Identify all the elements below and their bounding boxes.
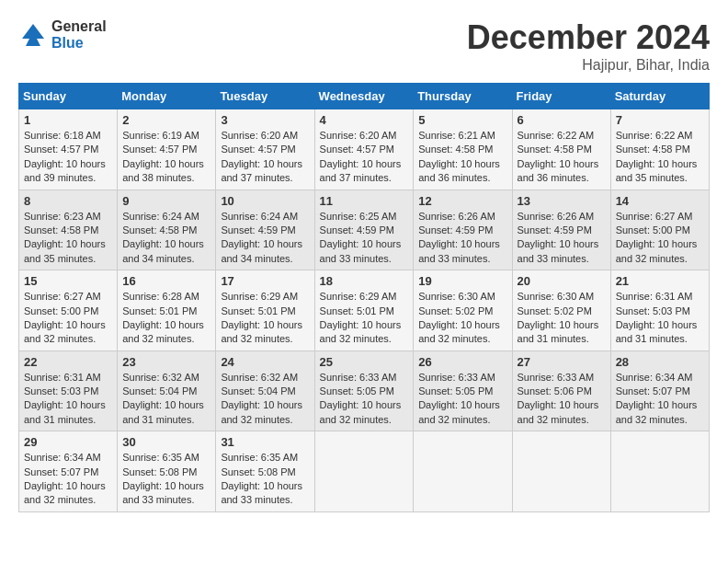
day-number: 29 bbox=[24, 435, 112, 449]
day-detail: Sunrise: 6:31 AMSunset: 5:03 PMDaylight:… bbox=[24, 372, 106, 425]
calendar-cell: 11Sunrise: 6:25 AMSunset: 4:59 PMDayligh… bbox=[314, 190, 414, 270]
calendar-cell: 27Sunrise: 6:33 AMSunset: 5:06 PMDayligh… bbox=[512, 350, 610, 431]
day-detail: Sunrise: 6:32 AMSunset: 5:04 PMDaylight:… bbox=[122, 372, 204, 425]
calendar-cell: 18Sunrise: 6:29 AMSunset: 5:01 PMDayligh… bbox=[314, 270, 414, 351]
day-detail: Sunrise: 6:35 AMSunset: 5:08 PMDaylight:… bbox=[122, 452, 204, 505]
day-number: 1 bbox=[24, 113, 112, 127]
day-number: 3 bbox=[221, 113, 309, 127]
day-detail: Sunrise: 6:33 AMSunset: 5:05 PMDaylight:… bbox=[320, 372, 402, 425]
weekday-header-tuesday: Tuesday bbox=[216, 84, 314, 109]
calendar-cell: 13Sunrise: 6:26 AMSunset: 4:59 PMDayligh… bbox=[512, 190, 610, 270]
day-detail: Sunrise: 6:33 AMSunset: 5:06 PMDaylight:… bbox=[518, 372, 599, 425]
day-number: 2 bbox=[122, 113, 210, 127]
day-detail: Sunrise: 6:35 AMSunset: 5:08 PMDaylight:… bbox=[221, 452, 302, 505]
day-number: 12 bbox=[418, 194, 506, 208]
calendar-cell bbox=[512, 431, 610, 512]
day-detail: Sunrise: 6:27 AMSunset: 5:00 PMDaylight:… bbox=[24, 291, 106, 344]
week-row-3: 15Sunrise: 6:27 AMSunset: 5:00 PMDayligh… bbox=[19, 270, 710, 351]
week-row-4: 22Sunrise: 6:31 AMSunset: 5:03 PMDayligh… bbox=[19, 350, 710, 431]
calendar-cell: 3Sunrise: 6:20 AMSunset: 4:57 PMDaylight… bbox=[216, 109, 314, 190]
calendar-body: 1Sunrise: 6:18 AMSunset: 4:57 PMDaylight… bbox=[19, 109, 710, 512]
day-detail: Sunrise: 6:22 AMSunset: 4:58 PMDaylight:… bbox=[616, 130, 698, 183]
week-row-5: 29Sunrise: 6:34 AMSunset: 5:07 PMDayligh… bbox=[19, 431, 710, 512]
calendar-cell: 9Sunrise: 6:24 AMSunset: 4:58 PMDaylight… bbox=[118, 190, 216, 270]
logo: General Blue bbox=[18, 18, 107, 52]
logo-icon bbox=[18, 20, 48, 50]
day-number: 21 bbox=[616, 274, 704, 288]
day-detail: Sunrise: 6:22 AMSunset: 4:58 PMDaylight:… bbox=[518, 130, 599, 183]
calendar-cell: 4Sunrise: 6:20 AMSunset: 4:57 PMDaylight… bbox=[314, 109, 414, 190]
calendar-cell: 5Sunrise: 6:21 AMSunset: 4:58 PMDaylight… bbox=[414, 109, 512, 190]
day-number: 10 bbox=[221, 194, 309, 208]
calendar-cell: 28Sunrise: 6:34 AMSunset: 5:07 PMDayligh… bbox=[610, 350, 709, 431]
calendar-cell: 24Sunrise: 6:32 AMSunset: 5:04 PMDayligh… bbox=[216, 350, 314, 431]
day-detail: Sunrise: 6:32 AMSunset: 5:04 PMDaylight:… bbox=[221, 372, 302, 425]
day-number: 15 bbox=[24, 274, 112, 288]
day-number: 22 bbox=[24, 355, 112, 369]
weekday-header-saturday: Saturday bbox=[610, 84, 709, 109]
day-detail: Sunrise: 6:29 AMSunset: 5:01 PMDaylight:… bbox=[320, 291, 402, 344]
day-detail: Sunrise: 6:33 AMSunset: 5:05 PMDaylight:… bbox=[418, 372, 500, 425]
calendar-cell: 29Sunrise: 6:34 AMSunset: 5:07 PMDayligh… bbox=[19, 431, 118, 512]
subtitle: Hajipur, Bihar, India bbox=[467, 57, 710, 74]
day-detail: Sunrise: 6:24 AMSunset: 4:59 PMDaylight:… bbox=[221, 211, 302, 264]
day-number: 30 bbox=[122, 435, 210, 449]
day-number: 14 bbox=[616, 194, 704, 208]
logo-blue-text: Blue bbox=[51, 35, 107, 52]
calendar-cell: 19Sunrise: 6:30 AMSunset: 5:02 PMDayligh… bbox=[414, 270, 512, 351]
weekday-header-wednesday: Wednesday bbox=[314, 84, 414, 109]
calendar-cell bbox=[314, 431, 414, 512]
weekday-header-friday: Friday bbox=[512, 84, 610, 109]
calendar-cell: 17Sunrise: 6:29 AMSunset: 5:01 PMDayligh… bbox=[216, 270, 314, 351]
day-number: 23 bbox=[122, 355, 210, 369]
day-number: 4 bbox=[320, 113, 409, 127]
day-detail: Sunrise: 6:25 AMSunset: 4:59 PMDaylight:… bbox=[320, 211, 402, 264]
calendar-cell: 30Sunrise: 6:35 AMSunset: 5:08 PMDayligh… bbox=[118, 431, 216, 512]
calendar-cell: 16Sunrise: 6:28 AMSunset: 5:01 PMDayligh… bbox=[118, 270, 216, 351]
day-detail: Sunrise: 6:24 AMSunset: 4:58 PMDaylight:… bbox=[122, 211, 204, 264]
svg-marker-0 bbox=[22, 24, 44, 46]
calendar-cell: 31Sunrise: 6:35 AMSunset: 5:08 PMDayligh… bbox=[216, 431, 314, 512]
day-number: 27 bbox=[518, 355, 606, 369]
week-row-2: 8Sunrise: 6:23 AMSunset: 4:58 PMDaylight… bbox=[19, 190, 710, 270]
calendar-cell: 6Sunrise: 6:22 AMSunset: 4:58 PMDaylight… bbox=[512, 109, 610, 190]
day-detail: Sunrise: 6:30 AMSunset: 5:02 PMDaylight:… bbox=[418, 291, 500, 344]
day-detail: Sunrise: 6:30 AMSunset: 5:02 PMDaylight:… bbox=[518, 291, 599, 344]
day-number: 9 bbox=[122, 194, 210, 208]
day-number: 28 bbox=[616, 355, 704, 369]
calendar-cell: 25Sunrise: 6:33 AMSunset: 5:05 PMDayligh… bbox=[314, 350, 414, 431]
day-detail: Sunrise: 6:19 AMSunset: 4:57 PMDaylight:… bbox=[122, 130, 204, 183]
weekday-row: SundayMondayTuesdayWednesdayThursdayFrid… bbox=[19, 84, 710, 109]
calendar-cell: 20Sunrise: 6:30 AMSunset: 5:02 PMDayligh… bbox=[512, 270, 610, 351]
day-detail: Sunrise: 6:26 AMSunset: 4:59 PMDaylight:… bbox=[418, 211, 500, 264]
calendar-cell: 14Sunrise: 6:27 AMSunset: 5:00 PMDayligh… bbox=[610, 190, 709, 270]
day-detail: Sunrise: 6:27 AMSunset: 5:00 PMDaylight:… bbox=[616, 211, 698, 264]
calendar-cell: 22Sunrise: 6:31 AMSunset: 5:03 PMDayligh… bbox=[19, 350, 118, 431]
day-number: 20 bbox=[518, 274, 606, 288]
day-detail: Sunrise: 6:26 AMSunset: 4:59 PMDaylight:… bbox=[518, 211, 599, 264]
day-detail: Sunrise: 6:20 AMSunset: 4:57 PMDaylight:… bbox=[320, 130, 402, 183]
day-detail: Sunrise: 6:21 AMSunset: 4:58 PMDaylight:… bbox=[418, 130, 500, 183]
title-area: December 2024 Hajipur, Bihar, India bbox=[467, 18, 710, 74]
day-number: 26 bbox=[418, 355, 506, 369]
weekday-header-sunday: Sunday bbox=[19, 84, 118, 109]
main-title: December 2024 bbox=[467, 18, 710, 57]
day-number: 24 bbox=[221, 355, 309, 369]
calendar-cell: 26Sunrise: 6:33 AMSunset: 5:05 PMDayligh… bbox=[414, 350, 512, 431]
logo-general-text: General bbox=[51, 18, 107, 35]
day-detail: Sunrise: 6:31 AMSunset: 5:03 PMDaylight:… bbox=[616, 291, 698, 344]
day-number: 13 bbox=[518, 194, 606, 208]
calendar-cell: 23Sunrise: 6:32 AMSunset: 5:04 PMDayligh… bbox=[118, 350, 216, 431]
calendar-cell bbox=[414, 431, 512, 512]
calendar-cell: 8Sunrise: 6:23 AMSunset: 4:58 PMDaylight… bbox=[19, 190, 118, 270]
day-number: 6 bbox=[518, 113, 606, 127]
day-detail: Sunrise: 6:28 AMSunset: 5:01 PMDaylight:… bbox=[122, 291, 204, 344]
day-number: 19 bbox=[418, 274, 506, 288]
day-number: 8 bbox=[24, 194, 112, 208]
day-detail: Sunrise: 6:23 AMSunset: 4:58 PMDaylight:… bbox=[24, 211, 106, 264]
weekday-header-thursday: Thursday bbox=[414, 84, 512, 109]
day-number: 31 bbox=[221, 435, 309, 449]
weekday-header-monday: Monday bbox=[118, 84, 216, 109]
calendar-cell: 10Sunrise: 6:24 AMSunset: 4:59 PMDayligh… bbox=[216, 190, 314, 270]
day-number: 25 bbox=[320, 355, 409, 369]
